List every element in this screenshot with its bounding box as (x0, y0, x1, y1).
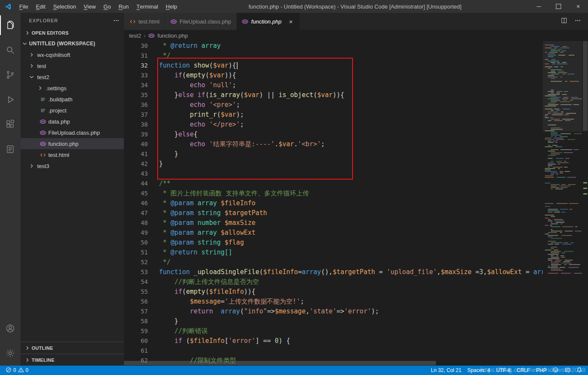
code-line-53[interactable]: 53function _uploadSingleFile($fileInfo=a… (124, 267, 543, 277)
menu-run[interactable]: Run (115, 0, 132, 13)
search-icon[interactable] (0, 38, 21, 62)
code-line-44[interactable]: 44/** (124, 179, 543, 189)
line-number[interactable]: 52 (124, 257, 159, 267)
code-line-39[interactable]: 39 }else{ (124, 130, 543, 139)
tree-item-test2[interactable]: test2 (21, 71, 124, 83)
code-line-55[interactable]: 55 if(empty($fileInfo)){ (124, 287, 543, 297)
line-number[interactable]: 43 (124, 169, 159, 179)
sidebar-more-actions-icon[interactable] (113, 17, 120, 24)
line-number[interactable]: 40 (124, 139, 159, 149)
tree-item-settings[interactable]: .settings (21, 83, 124, 94)
line-number[interactable]: 38 (124, 120, 159, 130)
line-number[interactable]: 57 (124, 307, 159, 316)
menu-help[interactable]: Help (162, 0, 181, 13)
line-number[interactable]: 39 (124, 130, 159, 139)
code-line-60[interactable]: 60 if ($fileInfo['error'] == 0) { (124, 336, 543, 346)
code-line-52[interactable]: 52 */ (124, 257, 543, 267)
code-line-50[interactable]: 50 * @param string $flag (124, 238, 543, 248)
extensions-icon[interactable] (0, 112, 21, 137)
run-debug-icon[interactable] (0, 87, 21, 112)
menu-go[interactable]: Go (100, 0, 115, 13)
code-line-51[interactable]: 51 * @return string[] (124, 248, 543, 257)
status-language-mode[interactable]: PHP (533, 366, 550, 375)
breadcrumb-item-test2[interactable]: test2 (129, 32, 141, 39)
status-feedback[interactable] (550, 366, 562, 375)
line-number[interactable]: 32 (124, 61, 159, 71)
open-editors-section[interactable]: OPEN EDITORS (21, 28, 124, 38)
line-number[interactable]: 49 (124, 228, 159, 238)
tree-item-project[interactable]: .project (21, 105, 124, 116)
line-number[interactable]: 56 (124, 297, 159, 307)
tree-item-data-php[interactable]: phpdata.php (21, 116, 124, 127)
code-line-31[interactable]: 31 */ (124, 51, 543, 61)
workspace-section[interactable]: UNTITLED (WORKSPACE) (21, 38, 124, 49)
tree-item-function-php[interactable]: phpfunction.php (21, 138, 124, 149)
code-line-47[interactable]: 47 * @param string $targetPath (124, 208, 543, 218)
code-line-54[interactable]: 54 //判断上传文件信息是否为空 (124, 277, 543, 287)
accounts-icon[interactable] (0, 316, 21, 341)
line-number[interactable]: 47 (124, 208, 159, 218)
status-ime-indicator[interactable] (562, 366, 573, 375)
menu-view[interactable]: View (80, 0, 100, 13)
code-line-59[interactable]: 59 //判断错误 (124, 326, 543, 336)
tree-item-wx-cqshilisoft[interactable]: wx-cqshilisoft (21, 49, 124, 60)
line-number[interactable]: 37 (124, 110, 159, 120)
split-editor-icon[interactable] (561, 17, 567, 26)
line-number[interactable]: 35 (124, 90, 159, 100)
code-line-43[interactable]: 43 (124, 169, 543, 179)
line-number[interactable]: 30 (124, 41, 159, 51)
code-line-45[interactable]: 45 * 图片上传封装函数 支持单文件、多文件循环上传 (124, 189, 543, 198)
status-cursor-position[interactable]: Ln 32, Col 21 (428, 366, 464, 375)
line-number[interactable]: 54 (124, 277, 159, 287)
line-number[interactable]: 31 (124, 51, 159, 61)
line-number[interactable]: 58 (124, 316, 159, 326)
line-number[interactable]: 59 (124, 326, 159, 336)
line-number[interactable]: 53 (124, 267, 159, 277)
timeline-section[interactable]: TIMELINE (21, 354, 124, 366)
code-line-37[interactable]: 37 print_r($var); (124, 110, 543, 120)
menu-terminal[interactable]: Terminal (132, 0, 162, 13)
horizontal-scrollbar[interactable] (124, 361, 436, 365)
code-line-57[interactable]: 57 return array("info"=>$message,'state'… (124, 307, 543, 316)
menu-edit[interactable]: Edit (32, 0, 49, 13)
tree-item-test[interactable]: test (21, 60, 124, 71)
outline-section[interactable]: OUTLINE (21, 342, 124, 354)
code-line-42[interactable]: 42} (124, 159, 543, 169)
minimap-slider[interactable] (543, 41, 582, 132)
code-line-41[interactable]: 41 } (124, 149, 543, 159)
line-number[interactable]: 60 (124, 336, 159, 346)
line-number[interactable]: 36 (124, 100, 159, 110)
breadcrumb-item-function-php[interactable]: function.php (158, 32, 188, 39)
code-line-35[interactable]: 35 }else if(is_array($var) || is_object(… (124, 90, 543, 100)
problems-indicator[interactable]: 00 (3, 366, 31, 375)
line-number[interactable]: 55 (124, 287, 159, 297)
custom-extension-icon[interactable] (0, 137, 21, 162)
code-line-38[interactable]: 38 echo '</pre>'; (124, 120, 543, 130)
code-line-49[interactable]: 49 * @param array $allowExt (124, 228, 543, 238)
status-indentation[interactable]: Spaces: 4 (465, 366, 493, 375)
line-number[interactable]: 51 (124, 248, 159, 257)
tab-fileupload-class-php[interactable]: phpFileUpload.class.php (165, 13, 237, 30)
tree-item-buildpath[interactable]: .buildpath (21, 94, 124, 105)
line-number[interactable]: 42 (124, 159, 159, 169)
tree-item-test3[interactable]: test3 (21, 160, 124, 171)
menu-file[interactable]: File (15, 0, 32, 13)
line-number[interactable]: 50 (124, 238, 159, 248)
code-line-58[interactable]: 58 } (124, 316, 543, 326)
menu-selection[interactable]: Selection (49, 0, 79, 13)
more-actions-icon[interactable] (574, 17, 581, 26)
code-line-34[interactable]: 34 echo 'null'; (124, 80, 543, 90)
code-line-30[interactable]: 30 * @return array (124, 41, 543, 51)
close-icon[interactable]: × (288, 18, 294, 25)
window-maximize-button[interactable] (549, 0, 568, 13)
explorer-icon[interactable] (0, 13, 21, 38)
line-number[interactable]: 48 (124, 218, 159, 228)
vertical-scrollbar[interactable] (583, 41, 588, 131)
settings-icon[interactable] (0, 341, 21, 366)
tab-test-html[interactable]: test.html (124, 13, 165, 30)
source-control-icon[interactable] (0, 62, 21, 87)
line-number[interactable]: 61 (124, 346, 159, 356)
tab-function-php[interactable]: phpfunction.php× (237, 13, 300, 30)
code-line-61[interactable]: 61 (124, 346, 543, 356)
code-line-36[interactable]: 36 echo '<pre>'; (124, 100, 543, 110)
